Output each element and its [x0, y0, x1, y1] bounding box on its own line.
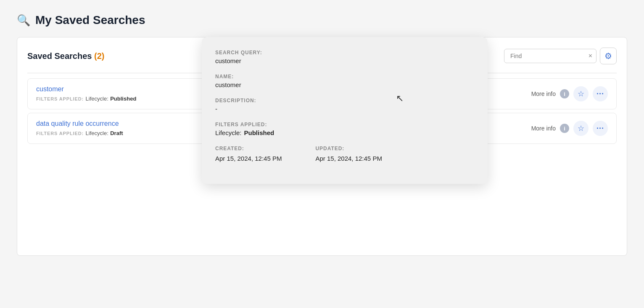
tooltip-dates-section: CREATED: Apr 15, 2024, 12:45 PM UPDATED:…	[215, 146, 474, 162]
filter-lifecycle-value-dqro: Draft	[110, 130, 123, 136]
tooltip-updated-label: UPDATED:	[315, 146, 382, 151]
filter-lifecycle-label-customer: Lifecycle:	[86, 96, 108, 102]
star-icon-dqro: ☆	[578, 124, 584, 133]
tooltip-name-value: customer	[215, 81, 474, 88]
star-icon-customer: ☆	[578, 89, 584, 98]
more-button-customer[interactable]: ···	[593, 86, 608, 101]
search-item-name-customer[interactable]: customer	[36, 85, 136, 93]
info-button-customer[interactable]: i	[560, 89, 569, 98]
info-button-dqro[interactable]: i	[560, 124, 569, 133]
find-input-wrapper: ×	[504, 49, 596, 63]
tooltip-created-label: CREATED:	[215, 146, 282, 151]
filter-label-dqro: FILTERS APPLIED:	[36, 131, 84, 136]
search-item-right-customer: More info i ☆ ···	[531, 86, 608, 101]
tooltip-filters-section: FILTERS APPLIED: Lifecycle: Published	[215, 122, 474, 136]
tooltip-search-query-value: customer	[215, 57, 474, 64]
tooltip-updated-value: Apr 15, 2024, 12:45 PM	[315, 155, 382, 162]
search-icon-large: 🔍	[17, 14, 30, 27]
star-button-customer[interactable]: ☆	[573, 86, 589, 101]
tooltip-dates: CREATED: Apr 15, 2024, 12:45 PM UPDATED:…	[215, 146, 474, 162]
page-title: My Saved Searches	[35, 13, 145, 27]
more-info-text-customer: More info	[531, 90, 556, 97]
search-item-filters-customer: FILTERS APPLIED: Lifecycle: Published	[36, 95, 136, 102]
search-item-left-customer: customer FILTERS APPLIED: Lifecycle: Pub…	[36, 85, 136, 102]
tooltip-name-label: NAME:	[215, 74, 474, 80]
page-header: 🔍 My Saved Searches	[17, 13, 627, 27]
more-info-text-dqro: More info	[531, 125, 556, 132]
settings-button[interactable]: ⚙	[600, 48, 617, 64]
tooltip-updated-group: UPDATED: Apr 15, 2024, 12:45 PM	[315, 146, 382, 162]
search-item-right-dqro: More info i ☆ ···	[531, 121, 608, 136]
info-icon-dqro: i	[564, 125, 565, 132]
card-count: (2)	[94, 51, 104, 61]
filter-label-customer: FILTERS APPLIED:	[36, 96, 84, 101]
tooltip-lifecycle-value: Published	[244, 129, 274, 136]
tooltip-search-query-section: SEARCH QUERY: customer	[215, 50, 474, 64]
card-title-text: Saved Searches	[27, 51, 92, 61]
more-icon-customer: ···	[596, 90, 604, 98]
star-button-dqro[interactable]: ☆	[573, 121, 589, 136]
tooltip-search-query-label: SEARCH QUERY:	[215, 50, 474, 56]
tooltip-lifecycle-label: Lifecycle:	[215, 129, 242, 136]
filter-lifecycle-value-customer: Published	[110, 96, 136, 102]
search-item-left-dqro: data quality rule occurrence FILTERS APP…	[36, 120, 123, 137]
card-title-group: Saved Searches (2)	[27, 51, 104, 61]
search-item-name-dqro[interactable]: data quality rule occurrence	[36, 120, 123, 127]
tooltip-filters-row: Lifecycle: Published	[215, 129, 474, 136]
tooltip-popup: SEARCH QUERY: customer NAME: customer DE…	[202, 37, 488, 184]
tooltip-description-label: DESCRIPTION:	[215, 98, 474, 104]
settings-icon: ⚙	[604, 51, 612, 61]
header-controls: × ⚙	[504, 48, 617, 64]
tooltip-created-group: CREATED: Apr 15, 2024, 12:45 PM	[215, 146, 282, 162]
more-button-dqro[interactable]: ···	[593, 121, 608, 136]
more-icon-dqro: ···	[596, 124, 604, 133]
tooltip-created-value: Apr 15, 2024, 12:45 PM	[215, 155, 282, 162]
tooltip-name-section: NAME: customer	[215, 74, 474, 88]
filter-lifecycle-label-dqro: Lifecycle:	[86, 130, 108, 136]
find-input[interactable]	[504, 49, 596, 63]
tooltip-filters-label: FILTERS APPLIED:	[215, 122, 474, 127]
clear-button[interactable]: ×	[589, 53, 592, 59]
info-icon-customer: i	[564, 91, 565, 97]
card-title: Saved Searches (2)	[27, 51, 104, 61]
tooltip-description-value: -	[215, 105, 474, 112]
search-item-filters-dqro: FILTERS APPLIED: Lifecycle: Draft	[36, 129, 123, 137]
tooltip-description-section: DESCRIPTION: -	[215, 98, 474, 112]
